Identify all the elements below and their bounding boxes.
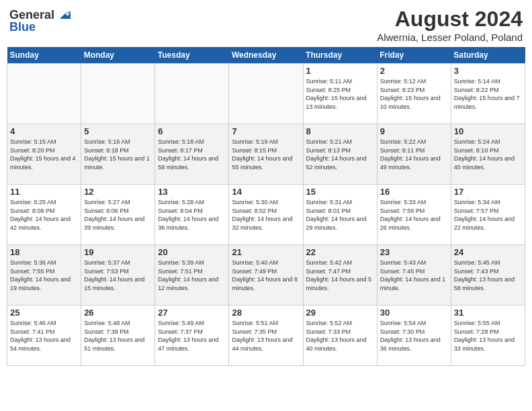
day-info: Sunrise: 5:34 AM Sunset: 7:57 PM Dayligh…	[454, 198, 522, 232]
calendar-week-4: 18Sunrise: 5:36 AM Sunset: 7:55 PM Dayli…	[7, 245, 525, 306]
calendar-cell: 15Sunrise: 5:31 AM Sunset: 8:01 PM Dayli…	[303, 185, 377, 245]
day-number: 31	[454, 308, 522, 318]
header-cell-wednesday: Wednesday	[229, 47, 303, 64]
calendar-cell	[229, 64, 303, 124]
day-info: Sunrise: 5:24 AM Sunset: 8:10 PM Dayligh…	[454, 138, 522, 171]
calendar-cell: 22Sunrise: 5:42 AM Sunset: 7:47 PM Dayli…	[303, 245, 377, 306]
calendar-cell	[7, 64, 81, 124]
calendar-cell: 6Sunrise: 5:18 AM Sunset: 8:17 PM Daylig…	[155, 124, 229, 185]
day-info: Sunrise: 5:42 AM Sunset: 7:47 PM Dayligh…	[306, 259, 374, 292]
calendar-cell: 26Sunrise: 5:48 AM Sunset: 7:39 PM Dayli…	[81, 306, 155, 366]
calendar-cell: 1Sunrise: 5:11 AM Sunset: 8:25 PM Daylig…	[303, 64, 377, 124]
header-cell-friday: Friday	[377, 47, 451, 64]
day-number: 16	[380, 187, 448, 197]
day-info: Sunrise: 5:25 AM Sunset: 8:08 PM Dayligh…	[10, 198, 78, 232]
calendar-cell: 23Sunrise: 5:43 AM Sunset: 7:45 PM Dayli…	[377, 245, 451, 306]
calendar-cell: 9Sunrise: 5:22 AM Sunset: 8:11 PM Daylig…	[377, 124, 451, 185]
calendar-cell: 27Sunrise: 5:49 AM Sunset: 7:37 PM Dayli…	[155, 306, 229, 366]
svg-marker-1	[65, 11, 71, 13]
day-info: Sunrise: 5:18 AM Sunset: 8:17 PM Dayligh…	[158, 138, 226, 171]
calendar-cell: 11Sunrise: 5:25 AM Sunset: 8:08 PM Dayli…	[7, 185, 81, 245]
calendar-cell: 30Sunrise: 5:54 AM Sunset: 7:30 PM Dayli…	[377, 306, 451, 366]
day-number: 24	[454, 247, 522, 257]
calendar-cell: 13Sunrise: 5:28 AM Sunset: 8:04 PM Dayli…	[155, 185, 229, 245]
calendar-cell: 21Sunrise: 5:40 AM Sunset: 7:49 PM Dayli…	[229, 245, 303, 306]
day-number: 12	[84, 187, 152, 197]
calendar-cell: 18Sunrise: 5:36 AM Sunset: 7:55 PM Dayli…	[7, 245, 81, 306]
calendar-week-3: 11Sunrise: 5:25 AM Sunset: 8:08 PM Dayli…	[7, 185, 525, 245]
header-cell-sunday: Sunday	[7, 47, 81, 64]
day-number: 20	[158, 247, 226, 257]
day-info: Sunrise: 5:30 AM Sunset: 8:02 PM Dayligh…	[232, 198, 300, 232]
day-number: 8	[306, 126, 374, 136]
calendar-cell: 17Sunrise: 5:34 AM Sunset: 7:57 PM Dayli…	[451, 185, 525, 245]
calendar-cell	[155, 64, 229, 124]
header-cell-monday: Monday	[81, 47, 155, 64]
day-number: 15	[306, 187, 374, 197]
day-number: 7	[232, 126, 300, 136]
day-number: 25	[10, 308, 78, 318]
day-info: Sunrise: 5:16 AM Sunset: 8:18 PM Dayligh…	[84, 138, 152, 171]
day-number: 23	[380, 247, 448, 257]
calendar-cell: 12Sunrise: 5:27 AM Sunset: 8:06 PM Dayli…	[81, 185, 155, 245]
day-info: Sunrise: 5:45 AM Sunset: 7:43 PM Dayligh…	[454, 259, 522, 292]
day-info: Sunrise: 5:55 AM Sunset: 7:28 PM Dayligh…	[454, 319, 522, 353]
day-number: 26	[84, 308, 152, 318]
day-number: 10	[454, 126, 522, 136]
day-info: Sunrise: 5:51 AM Sunset: 7:35 PM Dayligh…	[232, 319, 300, 353]
day-info: Sunrise: 5:15 AM Sunset: 8:20 PM Dayligh…	[10, 138, 78, 171]
calendar-week-1: 1Sunrise: 5:11 AM Sunset: 8:25 PM Daylig…	[7, 64, 525, 124]
day-info: Sunrise: 5:11 AM Sunset: 8:25 PM Dayligh…	[306, 77, 374, 111]
header-cell-tuesday: Tuesday	[155, 47, 229, 64]
calendar-cell: 16Sunrise: 5:33 AM Sunset: 7:59 PM Dayli…	[377, 185, 451, 245]
day-info: Sunrise: 5:40 AM Sunset: 7:49 PM Dayligh…	[232, 259, 300, 292]
day-number: 18	[10, 247, 78, 257]
day-number: 3	[454, 66, 522, 76]
day-info: Sunrise: 5:31 AM Sunset: 8:01 PM Dayligh…	[306, 198, 374, 232]
title-area: August 2024 Alwernia, Lesser Poland, Pol…	[377, 7, 523, 43]
location-title: Alwernia, Lesser Poland, Poland	[377, 32, 523, 43]
day-number: 9	[380, 126, 448, 136]
calendar-table: SundayMondayTuesdayWednesdayThursdayFrid…	[7, 47, 525, 366]
calendar-cell: 5Sunrise: 5:16 AM Sunset: 8:18 PM Daylig…	[81, 124, 155, 185]
day-number: 1	[306, 66, 374, 76]
day-number: 22	[306, 247, 374, 257]
calendar-cell	[81, 64, 155, 124]
calendar-cell: 20Sunrise: 5:39 AM Sunset: 7:51 PM Dayli…	[155, 245, 229, 306]
calendar-cell: 2Sunrise: 5:12 AM Sunset: 8:23 PM Daylig…	[377, 64, 451, 124]
calendar-cell: 4Sunrise: 5:15 AM Sunset: 8:20 PM Daylig…	[7, 124, 81, 185]
day-number: 17	[454, 187, 522, 197]
day-number: 5	[84, 126, 152, 136]
logo-icon	[56, 7, 72, 23]
day-info: Sunrise: 5:27 AM Sunset: 8:06 PM Dayligh…	[84, 198, 152, 232]
header-cell-saturday: Saturday	[451, 47, 525, 64]
day-number: 6	[158, 126, 226, 136]
day-info: Sunrise: 5:14 AM Sunset: 8:22 PM Dayligh…	[454, 77, 522, 111]
calendar-cell: 31Sunrise: 5:55 AM Sunset: 7:28 PM Dayli…	[451, 306, 525, 366]
header-cell-thursday: Thursday	[303, 47, 377, 64]
calendar-cell: 14Sunrise: 5:30 AM Sunset: 8:02 PM Dayli…	[229, 185, 303, 245]
calendar-week-5: 25Sunrise: 5:46 AM Sunset: 7:41 PM Dayli…	[7, 306, 525, 366]
calendar-cell: 7Sunrise: 5:19 AM Sunset: 8:15 PM Daylig…	[229, 124, 303, 185]
day-number: 27	[158, 308, 226, 318]
calendar-cell: 24Sunrise: 5:45 AM Sunset: 7:43 PM Dayli…	[451, 245, 525, 306]
day-info: Sunrise: 5:36 AM Sunset: 7:55 PM Dayligh…	[10, 259, 78, 292]
day-info: Sunrise: 5:43 AM Sunset: 7:45 PM Dayligh…	[380, 259, 448, 292]
day-number: 21	[232, 247, 300, 257]
day-info: Sunrise: 5:54 AM Sunset: 7:30 PM Dayligh…	[380, 319, 448, 353]
calendar-cell: 28Sunrise: 5:51 AM Sunset: 7:35 PM Dayli…	[229, 306, 303, 366]
calendar-cell: 25Sunrise: 5:46 AM Sunset: 7:41 PM Dayli…	[7, 306, 81, 366]
day-info: Sunrise: 5:49 AM Sunset: 7:37 PM Dayligh…	[158, 319, 226, 353]
page-header: General Blue August 2024 Alwernia, Lesse…	[7, 7, 525, 43]
day-info: Sunrise: 5:48 AM Sunset: 7:39 PM Dayligh…	[84, 319, 152, 353]
day-info: Sunrise: 5:28 AM Sunset: 8:04 PM Dayligh…	[158, 198, 226, 232]
calendar-cell: 3Sunrise: 5:14 AM Sunset: 8:22 PM Daylig…	[451, 64, 525, 124]
day-info: Sunrise: 5:37 AM Sunset: 7:53 PM Dayligh…	[84, 259, 152, 292]
day-number: 2	[380, 66, 448, 76]
calendar-week-2: 4Sunrise: 5:15 AM Sunset: 8:20 PM Daylig…	[7, 124, 525, 185]
day-number: 4	[10, 126, 78, 136]
calendar-cell: 19Sunrise: 5:37 AM Sunset: 7:53 PM Dayli…	[81, 245, 155, 306]
calendar-cell: 10Sunrise: 5:24 AM Sunset: 8:10 PM Dayli…	[451, 124, 525, 185]
calendar-cell: 8Sunrise: 5:21 AM Sunset: 8:13 PM Daylig…	[303, 124, 377, 185]
day-number: 29	[306, 308, 374, 318]
